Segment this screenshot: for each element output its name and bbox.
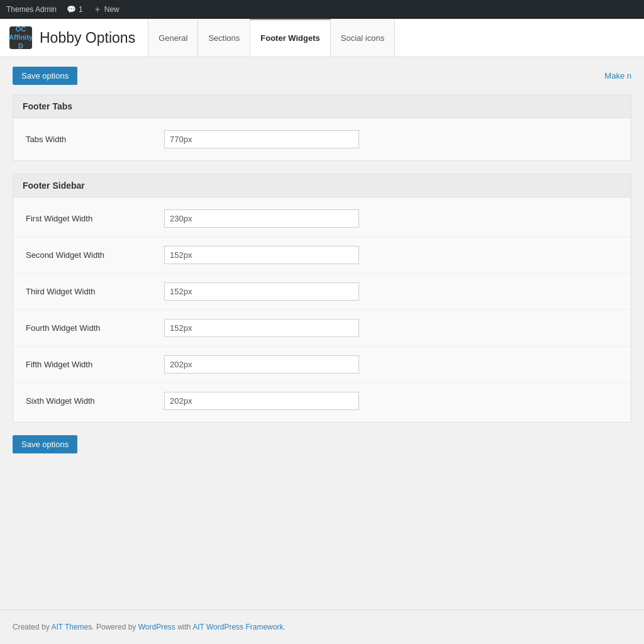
fifth-widget-label: Fifth Widget Width [26, 360, 164, 369]
fourth-widget-label: Fourth Widget Width [26, 323, 164, 333]
sixth-widget-input-wrapper [164, 392, 359, 410]
footer-tabs-section-title: Footer Tabs [13, 95, 631, 118]
page-logo: OCAffinity D [9, 26, 32, 49]
fourth-widget-row: Fourth Widget Width [13, 310, 631, 347]
bottom-actions: Save options [13, 435, 631, 453]
top-actions: Save options Make n [13, 67, 631, 85]
fifth-widget-input-wrapper [164, 355, 359, 374]
tab-sections[interactable]: Sections [197, 19, 250, 57]
new-label: New [104, 5, 119, 14]
tabs-width-label: Tabs Width [26, 135, 164, 144]
tab-footer-widgets[interactable]: Footer Widgets [250, 19, 331, 57]
footer-sidebar-section: Footer Sidebar First Widget Width Second… [13, 174, 631, 423]
second-widget-label: Second Widget Width [26, 250, 164, 260]
sixth-widget-width-input[interactable] [164, 392, 359, 410]
sixth-widget-row: Sixth Widget Width [13, 383, 631, 419]
first-widget-width-input[interactable] [164, 209, 359, 228]
tabs-width-input[interactable] [164, 130, 359, 148]
sixth-widget-label: Sixth Widget Width [26, 396, 164, 406]
themes-admin-link[interactable]: Themes Admin [6, 5, 57, 14]
page-title: Hobby Options [40, 30, 135, 47]
tabs-width-row: Tabs Width [13, 121, 631, 157]
third-widget-row: Third Widget Width [13, 274, 631, 310]
second-widget-row: Second Widget Width [13, 237, 631, 274]
fourth-widget-input-wrapper [164, 319, 359, 337]
third-widget-label: Third Widget Width [26, 287, 164, 296]
page-header: OCAffinity D Hobby Options General Secti… [0, 19, 644, 57]
footer-sidebar-section-body: First Widget Width Second Widget Width T… [13, 197, 631, 422]
comments-count: 1 [79, 5, 83, 14]
tab-general[interactable]: General [148, 19, 198, 57]
first-widget-row: First Widget Width [13, 201, 631, 237]
tabs-width-input-wrapper [164, 130, 359, 148]
first-widget-input-wrapper [164, 209, 359, 228]
third-widget-width-input[interactable] [164, 282, 359, 301]
make-note-link[interactable]: Make n [604, 71, 631, 80]
tabs-nav: General Sections Footer Widgets Social i… [148, 19, 394, 57]
footer-tabs-section-body: Tabs Width [13, 118, 631, 160]
comments-link[interactable]: 💬 1 [67, 5, 83, 14]
tab-social-icons[interactable]: Social icons [330, 19, 395, 57]
themes-admin-label: Themes Admin [6, 5, 57, 14]
logo-text: OCAffinity D [9, 25, 33, 50]
fourth-widget-width-input[interactable] [164, 319, 359, 337]
footer-tabs-section: Footer Tabs Tabs Width [13, 94, 631, 161]
fifth-widget-row: Fifth Widget Width [13, 347, 631, 383]
content: Save options Make n Footer Tabs Tabs Wid… [0, 57, 644, 482]
fifth-widget-width-input[interactable] [164, 355, 359, 374]
first-widget-label: First Widget Width [26, 214, 164, 223]
second-widget-input-wrapper [164, 246, 359, 264]
save-options-button-top[interactable]: Save options [13, 67, 77, 85]
comment-icon: 💬 [67, 5, 76, 14]
second-widget-width-input[interactable] [164, 246, 359, 264]
save-options-button-bottom[interactable]: Save options [13, 435, 77, 453]
footer-sidebar-section-title: Footer Sidebar [13, 174, 631, 197]
admin-bar: Themes Admin 💬 1 ＋ New [0, 0, 644, 19]
new-content-link[interactable]: ＋ New [93, 4, 119, 15]
plus-icon: ＋ [93, 4, 102, 15]
third-widget-input-wrapper [164, 282, 359, 301]
